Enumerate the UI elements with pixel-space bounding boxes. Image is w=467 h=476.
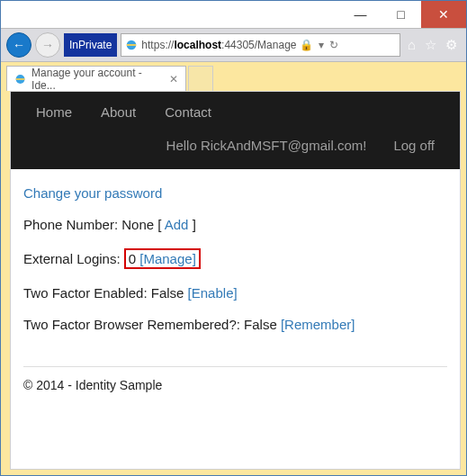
external-logins-highlight: 0 [Manage] [124, 248, 201, 269]
url-text: https://localhost:44305/Manage [141, 39, 296, 51]
browser-window: — □ ✕ ← → InPrivate https://localhost:44… [0, 0, 467, 476]
address-bar-icons: 🔒 ▾ ↻ [300, 39, 338, 51]
browser-tools: ⌂ ☆ ⚙ [404, 37, 461, 53]
nav-greeting[interactable]: Hello RickAndMSFT@gmail.com! [166, 138, 367, 153]
navbar-user: Hello RickAndMSFT@gmail.com! Log off [36, 138, 435, 153]
address-bar-row: ← → InPrivate https://localhost:44305/Ma… [1, 28, 466, 62]
external-logins-manage-link[interactable]: [Manage] [139, 251, 196, 266]
ie-icon [125, 39, 138, 51]
tab-strip: Manage your account - Ide... ✕ [1, 62, 466, 91]
tab-active[interactable]: Manage your account - Ide... ✕ [6, 66, 186, 91]
home-icon[interactable]: ⌂ [408, 37, 416, 53]
external-logins-row: External Logins: 0 [Manage] [23, 248, 447, 269]
page-footer: © 2014 - Identity Sample [23, 366, 447, 392]
phone-label: Phone Number: None [ [23, 217, 165, 232]
footer-text: © 2014 - Identity Sample [23, 378, 162, 392]
ie-icon [14, 73, 26, 85]
two-factor-enable-link[interactable]: [Enable] [188, 285, 238, 301]
two-factor-browser-label: Two Factor Browser Remembered?: False [23, 317, 281, 332]
favorites-icon[interactable]: ☆ [425, 37, 436, 53]
tab-title: Manage your account - Ide... [31, 67, 160, 92]
nav-logoff[interactable]: Log off [393, 138, 435, 153]
external-logins-label: External Logins: [23, 251, 121, 266]
refresh-icon[interactable]: ↻ [329, 39, 338, 51]
nav-home[interactable]: Home [36, 104, 72, 120]
window-titlebar: — □ ✕ [1, 1, 466, 28]
phone-add-link[interactable]: Add [165, 217, 189, 232]
lock-icon: 🔒 [300, 39, 313, 51]
nav-about[interactable]: About [101, 104, 136, 120]
phone-row: Phone Number: None [ Add ] [23, 217, 447, 232]
nav-contact[interactable]: Contact [165, 104, 211, 120]
dropdown-icon[interactable]: ▾ [319, 39, 324, 51]
two-factor-row: Two Factor Enabled: False [Enable] [23, 285, 447, 301]
site-navbar: Home About Contact Hello RickAndMSFT@gma… [11, 92, 460, 169]
external-logins-count: 0 [129, 251, 136, 266]
phone-close-bracket: ] [188, 217, 195, 232]
back-button[interactable]: ← [6, 32, 31, 58]
two-factor-label: Two Factor Enabled: False [23, 285, 188, 301]
navbar-main: Home About Contact [36, 104, 435, 120]
minimize-button[interactable]: — [340, 1, 381, 28]
inprivate-badge: InPrivate [64, 33, 117, 57]
address-bar[interactable]: https://localhost:44305/Manage 🔒 ▾ ↻ [121, 33, 400, 57]
maximize-button[interactable]: □ [381, 1, 421, 28]
footer-divider [23, 366, 447, 367]
arrow-right-icon: → [41, 38, 54, 52]
close-button[interactable]: ✕ [421, 1, 466, 28]
two-factor-browser-remember-link[interactable]: [Remember] [281, 317, 355, 332]
forward-button[interactable]: → [35, 32, 60, 58]
new-tab-button[interactable] [188, 66, 213, 91]
change-password-link[interactable]: Change your password [23, 185, 162, 201]
two-factor-browser-row: Two Factor Browser Remembered?: False [R… [23, 317, 447, 332]
arrow-left-icon: ← [13, 38, 25, 52]
page-body: Change your password Phone Number: None … [11, 169, 460, 410]
page-viewport: Home About Contact Hello RickAndMSFT@gma… [10, 91, 461, 470]
tab-close-icon[interactable]: ✕ [169, 73, 178, 85]
gear-icon[interactable]: ⚙ [445, 37, 457, 53]
